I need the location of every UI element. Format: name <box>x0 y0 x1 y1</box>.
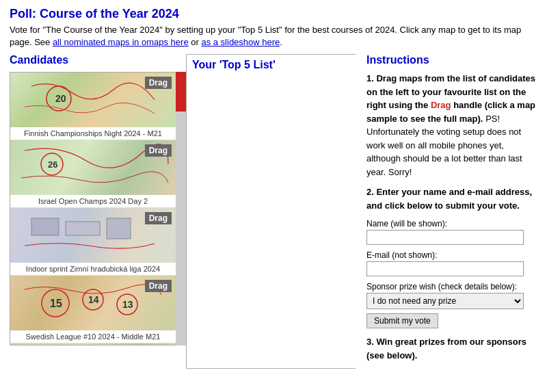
main-layout: Candidates 20 Drag Finnish Championships <box>10 54 537 369</box>
list-item: Drag <box>10 343 176 345</box>
drag-button[interactable]: Drag <box>145 77 172 89</box>
candidates-wrapper: 20 Drag Finnish Championships Night 2024… <box>10 72 186 345</box>
list-item: 26 Drag Israel Open Champs 2024 Day 2 <box>10 140 176 208</box>
sponsor-label: Sponsor prize wish (check details below)… <box>366 282 537 291</box>
subtitle-end: . <box>280 37 282 47</box>
link-all-maps[interactable]: all nominated maps in omaps here <box>53 37 189 47</box>
candidate-label: Israel Open Champs 2024 Day 2 <box>10 195 176 207</box>
drag-button[interactable]: Drag <box>145 212 172 224</box>
svg-rect-6 <box>107 218 131 239</box>
candidates-scroll-area[interactable]: 20 Drag Finnish Championships Night 2024… <box>10 72 176 345</box>
map-thumbnail[interactable]: 20 Drag <box>10 73 176 127</box>
svg-text:26: 26 <box>48 159 57 170</box>
instructions-step3: 3. Win great prizes from our sponsors (s… <box>366 335 537 362</box>
list-item: 20 Drag Finnish Championships Night 2024… <box>10 73 176 140</box>
email-label: E-mail (not shown): <box>366 250 537 260</box>
sponsor-select[interactable]: I do not need any prize Option 2 Option … <box>366 293 524 309</box>
submit-button[interactable]: Submit my vote <box>366 313 438 328</box>
scrollbar-thumb[interactable] <box>176 72 186 112</box>
svg-text:14: 14 <box>88 294 99 305</box>
drag-button[interactable]: Drag <box>145 280 172 292</box>
candidates-column: Candidates 20 Drag Finnish Championships <box>10 54 186 369</box>
name-input[interactable] <box>366 230 524 245</box>
drag-button[interactable]: Drag <box>145 144 172 157</box>
instructions-header: Instructions <box>366 54 537 66</box>
instructions-step1: 1. Drag maps from the list of candidates… <box>366 72 537 179</box>
page-title: Poll: Course of the Year 2024 <box>10 7 537 21</box>
candidates-header: Candidates <box>10 54 186 66</box>
svg-text:13: 13 <box>122 299 133 310</box>
name-label: Name (will be shown): <box>366 219 537 228</box>
map-thumbnail[interactable]: Drag <box>10 208 176 263</box>
subtitle: Vote for "The Course of the Year 2024" b… <box>10 24 537 49</box>
drag-word: Drag <box>431 100 451 110</box>
list-item: 15 14 13 Drag Swedish League #10 2024 - … <box>10 276 176 343</box>
map-thumbnail[interactable]: Drag <box>10 343 176 345</box>
svg-rect-5 <box>66 222 100 235</box>
map-thumbnail[interactable]: 15 14 13 Drag <box>10 276 176 330</box>
link-slideshow[interactable]: as a slideshow here <box>201 37 280 47</box>
svg-text:15: 15 <box>50 298 62 309</box>
candidate-label: Swedish League #10 2024 - Middle M21 <box>10 330 176 343</box>
step3-text: 3. Win great prizes from our sponsors (s… <box>366 337 526 361</box>
list-item: Drag Indoor sprint Zimní hradubická liga… <box>10 208 176 276</box>
instructions-column: Instructions 1. Drag maps from the list … <box>356 54 537 369</box>
scrollbar-track <box>176 72 186 345</box>
svg-text:20: 20 <box>55 93 66 104</box>
candidate-label: Finnish Championships Night 2024 - M21 <box>10 127 176 140</box>
instructions-step2: 2. Enter your name and e-mail address, a… <box>366 185 537 212</box>
top5-header: Your 'Top 5 List' <box>187 55 356 75</box>
svg-rect-4 <box>31 218 59 235</box>
top5-column: Your 'Top 5 List' <box>186 54 356 369</box>
step1-bold-start: 1. Drag maps from the list of candidates… <box>366 73 535 124</box>
subtitle-mid: or <box>189 37 202 47</box>
map-thumbnail[interactable]: 26 Drag <box>10 140 176 195</box>
candidate-label: Indoor sprint Zimní hradubická liga 2024 <box>10 263 176 275</box>
email-input[interactable] <box>366 261 524 276</box>
step2-text: 2. Enter your name and e-mail address, a… <box>366 187 532 211</box>
